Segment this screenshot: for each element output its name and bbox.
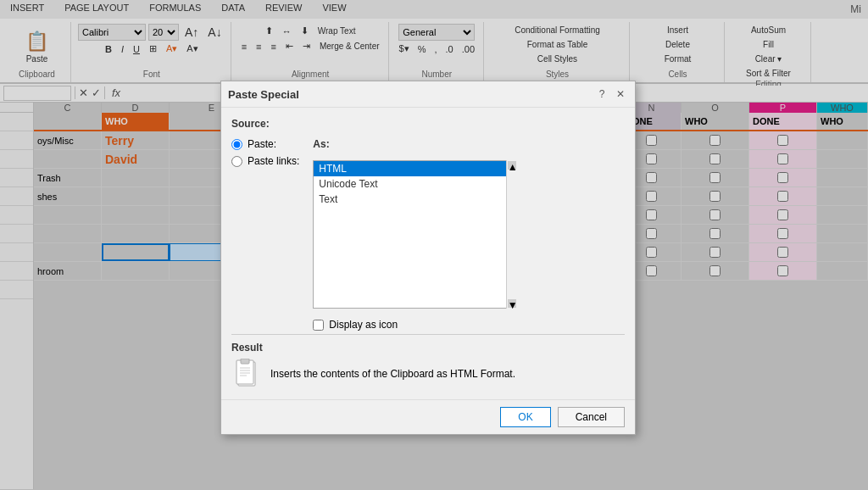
paste-radio-row: Paste:	[231, 138, 299, 150]
scroll-down-arrow[interactable]: ▼	[508, 299, 516, 308]
paste-icon	[231, 359, 262, 389]
result-content: Inserts the contents of the Clipboard as…	[231, 359, 625, 389]
svg-rect-2	[241, 359, 249, 364]
result-description: Inserts the contents of the Clipboard as…	[270, 368, 515, 380]
right-col: As: HTML Unicode Text Text ▲ ▼	[313, 138, 516, 331]
ok-button[interactable]: OK	[500, 407, 550, 427]
scrollbar[interactable]: ▲ ▼	[506, 160, 516, 309]
scroll-track	[508, 170, 516, 299]
format-listbox[interactable]: HTML Unicode Text Text	[313, 160, 516, 309]
source-section: Source:	[231, 118, 625, 130]
paste-special-dialog: Paste Special ? ✕ Source: Paste: Paste l…	[220, 81, 636, 435]
list-item-text[interactable]: Text	[314, 192, 515, 207]
dialog-close-button[interactable]: ✕	[613, 86, 628, 102]
source-label: Source:	[231, 118, 625, 130]
dialog-title-text: Paste Special	[228, 88, 299, 101]
paste-links-label: Paste links:	[248, 155, 299, 167]
main-row: Paste: Paste links: As: HTML Unicode Tex…	[231, 138, 625, 331]
list-item-html[interactable]: HTML	[314, 161, 515, 176]
paste-svg-icon	[233, 359, 260, 389]
list-item-unicode[interactable]: Unicode Text	[314, 176, 515, 192]
paste-links-radio[interactable]	[231, 156, 242, 167]
display-as-icon-label: Display as icon	[329, 319, 398, 331]
as-label: As:	[313, 138, 516, 150]
cancel-button[interactable]: Cancel	[558, 407, 625, 427]
result-label: Result	[231, 342, 625, 354]
paste-radio[interactable]	[231, 139, 242, 150]
dialog-footer: OK Cancel	[221, 399, 635, 434]
dialog-help-button[interactable]: ?	[594, 86, 609, 102]
result-section: Result Inserts the contents of the Clipb…	[231, 334, 625, 389]
dialog-body: Source: Paste: Paste links: As: HTML U	[221, 108, 635, 399]
dialog-title-controls: ? ✕	[594, 86, 628, 102]
dialog-title-bar: Paste Special ? ✕	[221, 81, 635, 108]
left-col: Paste: Paste links:	[231, 138, 299, 167]
scroll-up-arrow[interactable]: ▲	[508, 161, 516, 170]
listbox-container: HTML Unicode Text Text ▲ ▼	[313, 160, 516, 309]
display-icon-row: Display as icon	[313, 319, 516, 331]
paste-links-radio-row: Paste links:	[231, 155, 299, 167]
display-as-icon-checkbox[interactable]	[313, 320, 324, 331]
paste-label: Paste:	[248, 138, 276, 150]
